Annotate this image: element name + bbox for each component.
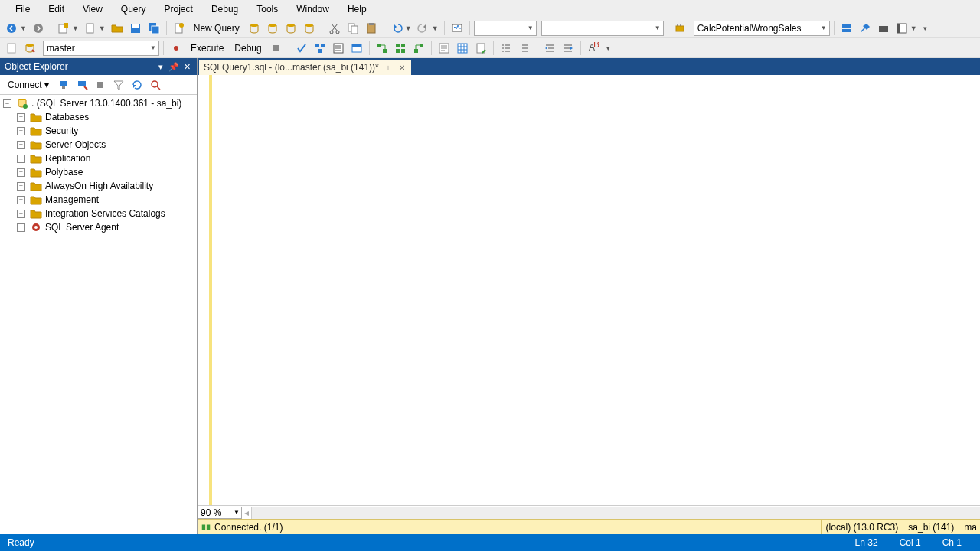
stop-icon[interactable] [92,77,109,93]
dropdown-icon[interactable]: ▼ [432,24,439,32]
stop-icon[interactable] [268,40,285,57]
tree-server-root[interactable]: − . (SQL Server 13.0.1400.361 - sa_bi) [0,96,197,110]
pin-icon[interactable]: ⟂ [384,63,393,72]
template-icon[interactable] [875,20,892,37]
dropdown-icon[interactable]: ▼ [20,24,27,32]
search-icon[interactable] [147,77,164,93]
expand-icon[interactable]: + [17,196,25,204]
expand-icon[interactable]: + [17,210,25,218]
outdent-icon[interactable] [560,40,577,57]
paste-icon[interactable] [363,20,380,37]
tree-node-databases[interactable]: +Databases [0,110,197,124]
debug-button[interactable]: Debug [230,43,266,54]
new-query-button[interactable]: New Query [189,23,244,34]
menu-tools[interactable]: Tools [247,2,287,17]
object-tree[interactable]: − . (SQL Server 13.0.1400.361 - sa_bi) +… [0,95,197,534]
specify-values-icon[interactable]: AB [585,40,602,57]
new-query-doc-icon[interactable] [171,20,188,37]
refresh-icon[interactable] [129,77,145,93]
redo-icon[interactable] [415,20,432,37]
db-query-icon[interactable] [301,20,318,37]
tree-node-server-objects[interactable]: +Server Objects [0,138,197,152]
change-connection-icon[interactable] [3,40,20,57]
pin-icon[interactable]: 📌 [168,61,179,72]
code-area[interactable] [214,75,980,505]
overflow-icon[interactable]: ▾ [923,24,927,32]
tree-node-isc[interactable]: +Integration Services Catalogs [0,207,197,220]
dropdown-icon[interactable]: ▼ [910,24,917,32]
expand-icon[interactable]: + [17,141,25,149]
menu-debug[interactable]: Debug [202,2,247,17]
expand-icon[interactable]: + [17,168,25,177]
open-icon[interactable] [109,20,126,37]
solution-platform-combo[interactable]: ▼ [541,21,664,36]
menu-query[interactable]: Query [112,2,155,17]
horizontal-scrollbar[interactable] [251,507,980,519]
collapse-icon[interactable]: − [3,99,11,108]
expand-icon[interactable]: + [17,223,25,232]
connect-button[interactable]: Connect ▾ [3,80,54,90]
menu-project[interactable]: Project [155,2,202,17]
expand-icon[interactable]: + [17,155,25,163]
cut-icon[interactable] [326,20,343,37]
dropdown-icon[interactable]: ▼ [72,24,79,32]
nav-back-icon[interactable] [3,20,20,37]
db-query-icon[interactable] [246,20,263,37]
expand-icon[interactable]: + [17,113,25,122]
uncomment-icon[interactable] [516,40,533,57]
code-editor[interactable] [198,75,980,505]
window-position-icon[interactable]: ▾ [155,61,166,72]
indent-icon[interactable] [541,40,558,57]
close-icon[interactable]: ✕ [397,63,407,72]
results-file-icon[interactable] [472,40,489,57]
execute-icon[interactable] [168,40,185,57]
menu-help[interactable]: Help [338,2,376,17]
db-query-icon[interactable] [264,20,281,37]
client-stats-icon[interactable] [410,40,427,57]
intellisense-icon[interactable] [348,40,365,57]
available-db-icon[interactable] [21,40,38,57]
expand-icon[interactable]: + [17,182,25,191]
comment-icon[interactable] [498,40,514,57]
new-project-icon[interactable] [55,20,72,37]
tab-sqlquery1[interactable]: SQLQuery1.sql - (lo...master (sa_bi (141… [199,60,411,75]
dropdown-icon[interactable]: ▼ [99,24,106,32]
database-combo[interactable]: master▼ [43,41,159,56]
object-explorer-icon[interactable] [893,20,910,37]
tree-node-security[interactable]: +Security [0,124,197,138]
tree-node-polybase[interactable]: +Polybase [0,165,197,179]
undo-icon[interactable] [388,20,405,37]
tree-node-replication[interactable]: +Replication [0,152,197,165]
menu-file[interactable]: File [6,2,39,17]
scroll-left-icon[interactable]: ◂ [242,507,251,518]
query-options-icon[interactable] [330,40,347,57]
zoom-combo[interactable]: 90 %▼ [198,507,242,519]
save-icon[interactable] [127,20,144,37]
tree-node-alwayson[interactable]: +AlwaysOn High Availability [0,179,197,193]
dropdown-icon[interactable]: ▼ [405,24,412,32]
new-item-icon[interactable] [82,20,99,37]
connect-server-icon[interactable] [55,77,72,93]
execute-button[interactable]: Execute [186,43,228,54]
properties-icon[interactable] [857,20,874,37]
save-all-icon[interactable] [145,20,162,37]
find-icon[interactable] [672,20,689,37]
results-grid-icon[interactable] [454,40,471,57]
overflow-icon[interactable]: ▾ [606,44,610,52]
menu-edit[interactable]: Edit [39,2,74,17]
tree-node-agent[interactable]: +SQL Server Agent [0,220,197,234]
tree-node-management[interactable]: +Management [0,193,197,207]
expand-icon[interactable]: + [17,127,25,135]
registered-servers-icon[interactable] [838,20,855,37]
results-text-icon[interactable] [436,40,452,57]
estimated-plan-icon[interactable] [312,40,328,57]
nav-forward-icon[interactable] [30,20,47,37]
parse-icon[interactable] [293,40,310,57]
close-icon[interactable]: ✕ [181,61,192,72]
solution-config-combo[interactable]: ▼ [474,21,537,36]
procedure-combo[interactable]: CalcPotentialWrongSales▼ [694,21,830,36]
menu-window[interactable]: Window [287,2,338,17]
disconnect-icon[interactable] [74,77,90,93]
copy-icon[interactable] [345,20,361,37]
menu-view[interactable]: View [74,2,112,17]
